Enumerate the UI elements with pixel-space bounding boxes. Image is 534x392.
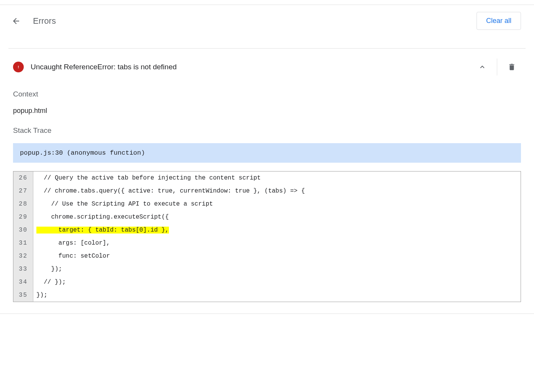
back-button[interactable] — [8, 13, 24, 29]
error-icon — [15, 64, 21, 70]
line-number: 27 — [13, 185, 33, 198]
arrow-back-icon — [11, 16, 21, 26]
error-message: Uncaught ReferenceError: tabs is not def… — [31, 63, 177, 71]
code-line: 32 func: setColor — [13, 250, 521, 263]
context-value: popup.html — [13, 107, 521, 115]
line-number: 26 — [13, 172, 33, 185]
page-title: Errors — [33, 16, 56, 26]
line-content: func: setColor — [33, 250, 521, 263]
error-left: Uncaught ReferenceError: tabs is not def… — [13, 62, 177, 72]
code-line: 35}); — [13, 289, 521, 302]
chevron-up-icon — [478, 63, 486, 71]
code-line: 26 // Query the active tab before inject… — [13, 172, 521, 185]
error-row: Uncaught ReferenceError: tabs is not def… — [13, 49, 521, 85]
clear-all-button[interactable]: Clear all — [477, 12, 521, 30]
line-content: // }); — [33, 276, 521, 289]
code-line: 29 chrome.scripting.executeScript({ — [13, 211, 521, 224]
line-number: 30 — [13, 224, 33, 237]
line-number: 33 — [13, 263, 33, 276]
code-snippet: 26 // Query the active tab before inject… — [13, 171, 521, 302]
line-content: }); — [33, 289, 521, 302]
line-content: target: { tabId: tabs[0].id }, — [33, 224, 521, 237]
stack-trace-heading: Stack Trace — [13, 126, 521, 135]
line-content: }); — [33, 263, 521, 276]
line-number: 31 — [13, 237, 33, 250]
error-actions — [473, 58, 521, 76]
line-number: 29 — [13, 211, 33, 224]
collapse-button[interactable] — [473, 58, 491, 76]
line-number: 28 — [13, 198, 33, 211]
line-number: 34 — [13, 276, 33, 289]
page-header: Errors Clear all — [8, 5, 526, 37]
code-line: 34 // }); — [13, 276, 521, 289]
code-line: 33 }); — [13, 263, 521, 276]
code-line: 27 // chrome.tabs.query({ active: true, … — [13, 185, 521, 198]
line-content: // Use the Scripting API to execute a sc… — [33, 198, 521, 211]
code-line: 31 args: [color], — [13, 237, 521, 250]
context-heading: Context — [13, 90, 521, 98]
line-content: args: [color], — [33, 237, 521, 250]
line-number: 32 — [13, 250, 33, 263]
highlighted-line: target: { tabId: tabs[0].id }, — [36, 227, 169, 234]
line-content: // Query the active tab before injecting… — [33, 172, 521, 185]
line-number: 35 — [13, 289, 33, 302]
action-divider — [497, 59, 497, 75]
delete-button[interactable] — [503, 58, 521, 76]
code-line: 28 // Use the Scripting API to execute a… — [13, 198, 521, 211]
line-content: // chrome.tabs.query({ active: true, cur… — [33, 185, 521, 198]
header-left: Errors — [8, 13, 56, 29]
stack-frame[interactable]: popup.js:30 (anonymous function) — [13, 143, 521, 163]
code-line: 30 target: { tabId: tabs[0].id }, — [13, 224, 521, 237]
trash-icon — [508, 63, 516, 71]
error-badge — [13, 62, 24, 72]
line-content: chrome.scripting.executeScript({ — [33, 211, 521, 224]
